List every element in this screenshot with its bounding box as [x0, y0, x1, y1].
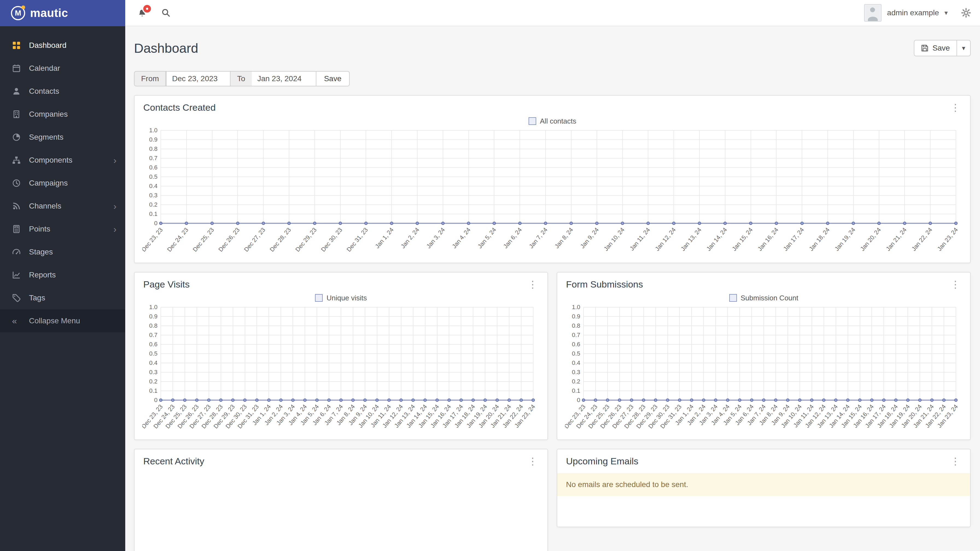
svg-text:Dec 24, 23: Dec 24, 23 — [166, 226, 190, 253]
save-dropdown-button[interactable]: ▾ — [956, 40, 970, 56]
kebab-icon: ⋮ — [950, 279, 960, 290]
topbar-right: admin example ▾ — [864, 4, 980, 22]
save-button[interactable]: Save — [915, 40, 956, 56]
svg-text:0.9: 0.9 — [149, 136, 158, 143]
svg-text:Jan 21, 24: Jan 21, 24 — [885, 226, 908, 252]
svg-text:0.1: 0.1 — [149, 210, 158, 217]
building-icon — [12, 110, 22, 119]
gear-icon — [961, 8, 971, 18]
avatar — [864, 4, 881, 22]
svg-text:Jan 10, 24: Jan 10, 24 — [602, 226, 625, 252]
settings-button[interactable] — [960, 6, 972, 19]
kebab-icon: ⋮ — [950, 102, 960, 113]
svg-text:0.6: 0.6 — [572, 341, 580, 348]
topbar-left — [125, 7, 172, 19]
no-emails-alert: No emails are scheduled to be sent. — [557, 473, 970, 496]
svg-text:Jan 1, 24: Jan 1, 24 — [374, 226, 395, 249]
svg-text:0.3: 0.3 — [149, 369, 158, 376]
sidebar-item-campaigns[interactable]: Campaigns — [0, 171, 125, 195]
sidebar-item-tags[interactable]: Tags — [0, 286, 125, 310]
sidebar-item-channels[interactable]: Channels › — [0, 195, 125, 218]
page-visits-panel: Page Visits ⋮ Unique visits 00.10.20.30.… — [134, 272, 548, 440]
svg-text:Jan 9, 24: Jan 9, 24 — [579, 226, 600, 249]
svg-text:0.1: 0.1 — [149, 387, 158, 394]
sidebar-item-contacts[interactable]: Contacts — [0, 80, 125, 103]
svg-text:Dec 25, 23: Dec 25, 23 — [191, 226, 215, 253]
recent-activity-panel: Recent Activity ⋮ — [134, 449, 548, 551]
sidebar-item-reports[interactable]: Reports — [0, 264, 125, 286]
form-submissions-panel: Form Submissions ⋮ Submission Count 00.1… — [557, 272, 971, 440]
svg-text:0.9: 0.9 — [149, 313, 158, 320]
filter-save-button[interactable]: Save — [317, 71, 350, 86]
chevron-down-icon: ▾ — [945, 9, 948, 17]
date-to-input[interactable] — [252, 71, 317, 86]
svg-text:Jan 20, 24: Jan 20, 24 — [859, 226, 882, 252]
search-button[interactable] — [160, 7, 172, 19]
svg-text:0.1: 0.1 — [572, 387, 580, 394]
svg-text:Dec 31, 23: Dec 31, 23 — [345, 226, 369, 253]
sitemap-icon — [12, 156, 22, 165]
svg-text:0.8: 0.8 — [149, 322, 158, 329]
svg-text:0.4: 0.4 — [149, 183, 158, 189]
svg-text:Jan 19, 24: Jan 19, 24 — [833, 226, 856, 252]
svg-text:Jan 8, 24: Jan 8, 24 — [553, 226, 574, 249]
sidebar-item-calendar[interactable]: Calendar — [0, 57, 125, 80]
collapse-menu-button[interactable]: « Collapse Menu — [0, 310, 125, 332]
date-from-input[interactable] — [166, 71, 231, 86]
svg-text:0: 0 — [154, 397, 158, 403]
svg-text:Jan 13, 24: Jan 13, 24 — [679, 226, 703, 252]
calculator-icon — [12, 225, 22, 233]
tag-icon — [12, 294, 22, 302]
svg-text:0.5: 0.5 — [572, 350, 580, 357]
svg-text:Dec 23, 23: Dec 23, 23 — [142, 226, 164, 253]
dashboard-save-split-button: Save ▾ — [914, 40, 971, 56]
brand-name: mautic — [30, 6, 68, 20]
panel-title: Form Submissions — [566, 279, 643, 290]
panel-menu-button[interactable]: ⋮ — [950, 279, 961, 289]
kebab-icon: ⋮ — [528, 279, 538, 290]
svg-text:Jan 22, 24: Jan 22, 24 — [910, 226, 934, 252]
svg-text:Jan 2, 24: Jan 2, 24 — [399, 226, 420, 249]
svg-text:Jan 7, 24: Jan 7, 24 — [528, 226, 549, 249]
mautic-logo[interactable]: M mautic — [0, 0, 125, 26]
gauge-icon — [12, 248, 22, 256]
collapse-left-icon: « — [12, 316, 22, 325]
panel-menu-button[interactable]: ⋮ — [527, 456, 539, 466]
sidebar-item-stages[interactable]: Stages — [0, 240, 125, 264]
sidebar-item-points[interactable]: Points › — [0, 218, 125, 240]
legend-swatch — [528, 117, 536, 125]
svg-text:0.4: 0.4 — [149, 359, 158, 366]
svg-text:Jan 16, 24: Jan 16, 24 — [756, 226, 780, 252]
panel-menu-button[interactable]: ⋮ — [950, 103, 961, 113]
date-range-filter: From To Save — [134, 71, 971, 86]
pie-icon — [12, 133, 22, 141]
notifications-button[interactable] — [136, 7, 148, 19]
kebab-icon: ⋮ — [528, 456, 538, 467]
rss-icon — [12, 202, 22, 210]
svg-text:0.8: 0.8 — [572, 322, 580, 329]
sidebar: Dashboard Calendar Contacts Companies — [0, 26, 125, 551]
panel-menu-button[interactable]: ⋮ — [950, 456, 961, 466]
svg-text:Jan 3, 24: Jan 3, 24 — [425, 226, 446, 249]
svg-text:0.2: 0.2 — [149, 201, 158, 208]
panel-menu-button[interactable]: ⋮ — [527, 279, 539, 289]
panel-title: Upcoming Emails — [566, 456, 638, 467]
mautic-app: M mautic admin e — [0, 0, 980, 551]
legend-item-unique-visits[interactable]: Unique visits — [135, 292, 547, 304]
sidebar-item-segments[interactable]: Segments — [0, 126, 125, 149]
sidebar-item-components[interactable]: Components › — [0, 149, 125, 171]
legend-item-submission-count[interactable]: Submission Count — [557, 292, 970, 304]
chart-line-icon — [12, 271, 22, 279]
svg-text:0: 0 — [154, 220, 158, 227]
svg-text:Dec 30, 23: Dec 30, 23 — [320, 226, 344, 253]
user-menu[interactable]: admin example ▾ — [864, 4, 948, 22]
upcoming-emails-panel: Upcoming Emails ⋮ No emails are schedule… — [557, 449, 971, 527]
sidebar-item-companies[interactable]: Companies — [0, 103, 125, 126]
contacts-created-panel: Contacts Created ⋮ All contacts 00.10.20… — [134, 95, 971, 263]
panel-title: Page Visits — [143, 279, 189, 290]
legend-item-all-contacts[interactable]: All contacts — [135, 115, 970, 127]
svg-text:0.3: 0.3 — [149, 192, 158, 199]
topbar: M mautic admin e — [0, 0, 980, 26]
svg-text:Dec 27, 23: Dec 27, 23 — [243, 226, 267, 253]
sidebar-item-dashboard[interactable]: Dashboard — [0, 34, 125, 57]
